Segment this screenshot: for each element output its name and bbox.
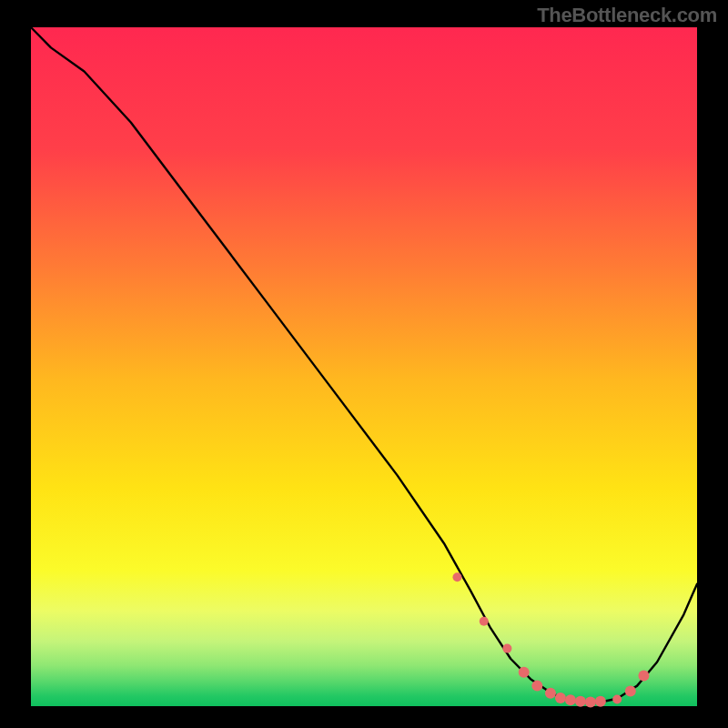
- bottleneck-chart: [0, 0, 728, 728]
- highlight-point: [638, 670, 649, 681]
- highlight-point: [555, 693, 566, 703]
- highlight-point: [565, 694, 576, 705]
- highlight-point: [502, 644, 511, 653]
- highlight-point: [480, 617, 489, 626]
- chart-stage: TheBottleneck.com: [0, 0, 728, 728]
- highlight-point: [531, 681, 542, 692]
- highlight-point: [625, 686, 636, 697]
- highlight-point: [575, 696, 586, 707]
- plot-background: [31, 27, 697, 706]
- highlight-point: [545, 688, 556, 699]
- highlight-point: [452, 572, 461, 581]
- highlight-point: [595, 696, 606, 707]
- highlight-point: [519, 667, 530, 678]
- highlight-point: [612, 695, 622, 704]
- highlight-point: [585, 697, 596, 708]
